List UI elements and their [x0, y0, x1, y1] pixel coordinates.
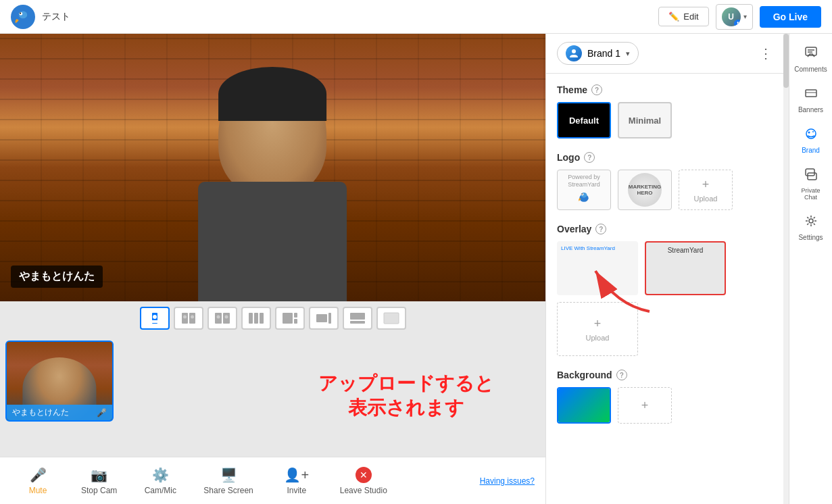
logo-streamyard-option[interactable]: Powered byStreamYard [557, 170, 611, 210]
theme-options: Default Minimal [557, 102, 778, 138]
right-panel: Brand 1 ▾ ⋮ Theme ? Default Minimal [545, 34, 789, 504]
svg-rect-18 [283, 313, 293, 324]
panel-content: Theme ? Default Minimal Logo ? [546, 74, 789, 504]
svg-point-14 [224, 316, 228, 319]
microphone-icon: 🎤 [30, 467, 47, 483]
settings-icon: ⚙️ [152, 467, 169, 483]
app-logo [11, 5, 35, 29]
scroll-thumb[interactable] [783, 34, 789, 88]
invite-button[interactable]: 👤+ Invite [270, 461, 324, 501]
camera-icon: 📷 [91, 467, 107, 483]
right-sidebar: Comments Banners Brand PrivateChat Setti… [789, 34, 832, 504]
layout-single-button[interactable] [140, 307, 170, 330]
overlay-live-option[interactable]: LIVE With StreamYard [557, 241, 638, 295]
svg-rect-22 [328, 313, 331, 324]
overlay-streamyard-option[interactable]: StreamYard [645, 241, 726, 295]
topbar: テスト ✏️ Edit U f ▾ Go Live [0, 0, 832, 34]
logo-help-icon[interactable]: ? [584, 152, 595, 163]
background-section: Background ? + [557, 370, 778, 424]
cam-mic-button[interactable]: ⚙️ Cam/Mic [133, 461, 187, 501]
leave-studio-button[interactable]: ✕ Leave Studio [329, 461, 398, 501]
sidebar-item-settings[interactable]: Settings [789, 207, 832, 248]
stop-cam-button[interactable]: 📷 Stop Cam [70, 461, 128, 501]
plus-icon: + [594, 317, 602, 331]
sidebar-item-comments[interactable]: Comments [789, 39, 832, 80]
participant-thumbnail[interactable]: やまもとけんた 🎤 [5, 341, 114, 422]
svg-point-43 [809, 219, 813, 223]
layout-two-side-button[interactable] [207, 307, 237, 330]
layout-three-button[interactable] [241, 307, 271, 330]
annotation-text: アップロードすると 表示されます [318, 372, 494, 421]
background-upload-option[interactable]: + [618, 387, 672, 424]
user-account-button[interactable]: U f ▾ [716, 4, 753, 30]
microphone-icon: 🎤 [97, 408, 107, 418]
brand-avatar [566, 45, 582, 61]
brand-icon [804, 127, 818, 144]
bottom-area: やまもとけんた 🎤 アップロードすると 表示されます [0, 335, 545, 457]
share-screen-button[interactable]: 🖥️ Share Screen [193, 461, 264, 501]
chevron-down-icon: ▾ [743, 13, 747, 20]
brand-selector[interactable]: Brand 1 ▾ [557, 42, 639, 65]
svg-rect-16 [254, 313, 258, 324]
edit-button[interactable]: ✏️ Edit [658, 7, 708, 26]
pencil-icon: ✏️ [668, 11, 679, 22]
layout-two-split-button[interactable] [174, 307, 203, 330]
sidebar-item-banners[interactable]: Banners [789, 80, 832, 120]
sidebar-item-brand[interactable]: Brand [789, 120, 832, 161]
video-feed: やまもとけんた [0, 34, 545, 301]
svg-rect-17 [260, 313, 264, 324]
svg-point-8 [183, 316, 187, 319]
layout-controls [0, 301, 545, 335]
logo-upload-option[interactable]: + Upload [679, 170, 733, 210]
participant-name-bar: やまもとけんた 🎤 [7, 405, 112, 420]
theme-section: Theme ? Default Minimal [557, 84, 778, 138]
overlay-options: LIVE With StreamYard StreamYard [557, 241, 778, 295]
left-area: やまもとけんた [0, 34, 545, 504]
plus-icon: + [641, 399, 649, 413]
svg-point-10 [191, 316, 194, 319]
svg-point-31 [581, 193, 583, 195]
avatar: U f [722, 7, 741, 26]
svg-rect-19 [294, 313, 297, 318]
svg-rect-25 [384, 313, 399, 324]
background-label: Background ? [557, 370, 778, 380]
svg-rect-20 [294, 319, 297, 324]
logo-custom-option[interactable]: MARKETINGHERO [618, 170, 672, 210]
layout-side-cam-button[interactable] [309, 307, 339, 330]
layout-blank-button[interactable] [376, 307, 406, 330]
svg-point-40 [812, 131, 814, 132]
overlay-section: Overlay ? LIVE With StreamYard StreamYar… [557, 224, 778, 356]
layout-two-big-button[interactable] [275, 307, 305, 330]
overlay-upload-option[interactable]: + Upload [557, 302, 638, 356]
svg-point-5 [153, 315, 157, 319]
sidebar-item-private-chat[interactable]: PrivateChat [789, 161, 832, 207]
svg-rect-41 [806, 169, 814, 176]
mute-button[interactable]: 🎤 Mute [11, 461, 65, 501]
logo-label: Logo ? [557, 152, 778, 163]
comments-icon [804, 46, 818, 63]
brand-header: Brand 1 ▾ ⋮ [546, 34, 789, 74]
layout-banner-button[interactable] [343, 307, 372, 330]
theme-default-option[interactable]: Default [557, 102, 611, 138]
svg-point-12 [216, 316, 220, 319]
svg-rect-15 [249, 313, 253, 324]
more-options-button[interactable]: ⋮ [754, 43, 778, 64]
logo-section: Logo ? Powered byStreamYard [557, 152, 778, 210]
svg-point-3 [20, 12, 21, 14]
having-issues-link[interactable]: Having issues? [480, 476, 535, 486]
overlay-help-icon[interactable]: ? [595, 224, 606, 234]
scroll-track [783, 34, 789, 504]
background-gradient-option[interactable] [557, 387, 611, 424]
svg-rect-36 [806, 90, 816, 97]
main-layout: やまもとけんた [0, 34, 832, 504]
background-help-icon[interactable]: ? [616, 370, 627, 380]
screen-share-icon: 🖥️ [220, 467, 237, 483]
theme-minimal-option[interactable]: Minimal [618, 102, 672, 138]
invite-icon: 👤+ [284, 467, 309, 483]
go-live-button[interactable]: Go Live [760, 6, 821, 28]
logo-options: Powered byStreamYard MARKETINGHERO [557, 170, 778, 210]
banners-icon [804, 86, 818, 103]
theme-help-icon[interactable]: ? [591, 84, 602, 95]
app-title: テスト [42, 11, 70, 23]
plus-icon: + [702, 178, 710, 192]
